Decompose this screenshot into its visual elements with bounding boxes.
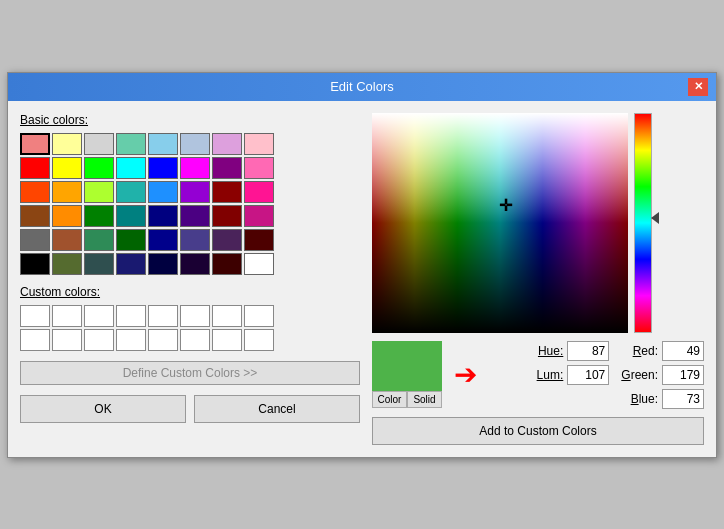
custom-swatch[interactable] (52, 329, 82, 351)
blue-input[interactable] (662, 389, 704, 409)
blue-row: Blue: (621, 389, 704, 409)
basic-swatch[interactable] (52, 181, 82, 203)
preview-labels: Color Solid (372, 391, 442, 408)
basic-swatch[interactable] (212, 181, 242, 203)
basic-swatch[interactable] (244, 157, 274, 179)
close-button[interactable]: ✕ (688, 78, 708, 96)
basic-swatch[interactable] (20, 157, 50, 179)
basic-swatch[interactable] (20, 253, 50, 275)
basic-swatch[interactable] (52, 157, 82, 179)
custom-swatch[interactable] (148, 329, 178, 351)
basic-swatch[interactable] (52, 205, 82, 227)
green-row: Green: (621, 365, 704, 385)
add-to-custom-button[interactable]: Add to Custom Colors (372, 417, 704, 445)
custom-swatch[interactable] (116, 305, 146, 327)
basic-swatch[interactable] (244, 205, 274, 227)
basic-swatch[interactable] (148, 181, 178, 203)
basic-swatch[interactable] (212, 229, 242, 251)
basic-swatch[interactable] (20, 133, 50, 155)
basic-swatch[interactable] (20, 205, 50, 227)
basic-swatch[interactable] (180, 133, 210, 155)
basic-swatch[interactable] (84, 253, 114, 275)
basic-swatch[interactable] (180, 181, 210, 203)
basic-swatch[interactable] (20, 181, 50, 203)
custom-swatch[interactable] (84, 329, 114, 351)
left-panel: Basic colors: Custom colors: Define Cust… (20, 113, 360, 445)
title-bar: Edit Colors ✕ (8, 73, 716, 101)
right-panel: ✛ Color Solid ➔ (372, 113, 704, 445)
basic-swatch[interactable] (244, 229, 274, 251)
bottom-buttons: OK Cancel (20, 395, 360, 423)
custom-colors-label: Custom colors: (20, 285, 360, 299)
basic-swatch[interactable] (84, 229, 114, 251)
preview-area: Color Solid (372, 341, 442, 408)
color-spectrum[interactable]: ✛ (372, 113, 628, 333)
basic-swatch[interactable] (180, 229, 210, 251)
basic-swatch[interactable] (180, 253, 210, 275)
basic-swatch[interactable] (148, 229, 178, 251)
basic-swatch[interactable] (20, 229, 50, 251)
basic-swatch[interactable] (116, 181, 146, 203)
basic-swatch[interactable] (212, 133, 242, 155)
spectrum-white-overlay (372, 113, 628, 333)
lum-label: Lum: (533, 368, 563, 382)
basic-swatch[interactable] (212, 253, 242, 275)
basic-swatch[interactable] (180, 157, 210, 179)
color-preview (372, 341, 442, 391)
custom-colors-grid (20, 305, 360, 351)
lum-input[interactable] (567, 365, 609, 385)
hue-input[interactable] (567, 341, 609, 361)
basic-swatch[interactable] (116, 229, 146, 251)
basic-swatch[interactable] (148, 133, 178, 155)
green-label: Green: (621, 368, 658, 382)
basic-swatch[interactable] (84, 157, 114, 179)
basic-swatch[interactable] (212, 157, 242, 179)
custom-swatch[interactable] (244, 329, 274, 351)
hue-slider[interactable] (634, 113, 652, 333)
custom-swatch[interactable] (20, 329, 50, 351)
red-arrow-icon: ➔ (454, 358, 477, 391)
basic-swatch[interactable] (116, 205, 146, 227)
basic-swatch[interactable] (84, 205, 114, 227)
custom-swatch[interactable] (52, 305, 82, 327)
edit-colors-dialog: Edit Colors ✕ Basic colors: Custom color… (7, 72, 717, 458)
custom-swatch[interactable] (180, 329, 210, 351)
rgb-column: Red: Green: Blue: (621, 341, 704, 409)
custom-swatch[interactable] (212, 305, 242, 327)
solid-label: Solid (407, 391, 442, 408)
custom-swatch[interactable] (244, 305, 274, 327)
basic-swatch[interactable] (52, 253, 82, 275)
basic-swatch[interactable] (52, 133, 82, 155)
custom-swatch[interactable] (148, 305, 178, 327)
basic-swatch[interactable] (116, 133, 146, 155)
basic-swatch[interactable] (52, 229, 82, 251)
basic-swatch[interactable] (244, 133, 274, 155)
custom-swatch[interactable] (20, 305, 50, 327)
basic-swatch[interactable] (244, 253, 274, 275)
green-input[interactable] (662, 365, 704, 385)
custom-swatch[interactable] (84, 305, 114, 327)
custom-swatch[interactable] (116, 329, 146, 351)
basic-swatch[interactable] (148, 253, 178, 275)
basic-swatch[interactable] (84, 181, 114, 203)
red-input[interactable] (662, 341, 704, 361)
basic-colors-grid (20, 133, 360, 275)
custom-swatch[interactable] (212, 329, 242, 351)
cancel-button[interactable]: Cancel (194, 395, 360, 423)
basic-swatch[interactable] (212, 205, 242, 227)
basic-swatch[interactable] (148, 205, 178, 227)
ok-button[interactable]: OK (20, 395, 186, 423)
lum-row: Lum: (533, 365, 609, 385)
custom-swatch[interactable] (180, 305, 210, 327)
basic-colors-label: Basic colors: (20, 113, 360, 127)
basic-swatch[interactable] (116, 157, 146, 179)
basic-swatch[interactable] (244, 181, 274, 203)
fields-area: Hue: Lum: Red: (533, 341, 704, 409)
hue-row: Hue: (533, 341, 609, 361)
basic-swatch[interactable] (84, 133, 114, 155)
dialog-title: Edit Colors (36, 79, 688, 94)
basic-swatch[interactable] (180, 205, 210, 227)
basic-swatch[interactable] (148, 157, 178, 179)
basic-swatch[interactable] (116, 253, 146, 275)
define-custom-button[interactable]: Define Custom Colors >> (20, 361, 360, 385)
